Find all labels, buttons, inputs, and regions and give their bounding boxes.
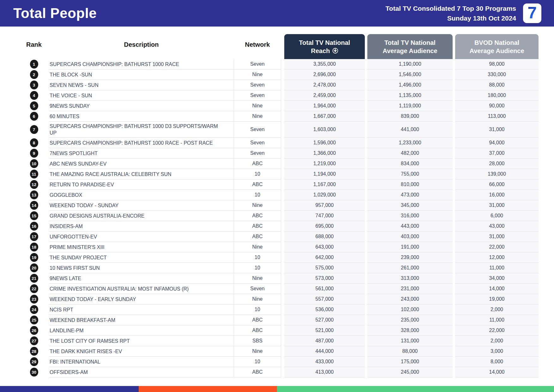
bvod-average-value: 37,000 — [455, 148, 539, 159]
report-subtitle-line1: Total TV Consolidated 7 Top 30 Programs — [386, 3, 516, 13]
rank-cell: 12 — [19, 179, 49, 190]
total-tv-reach-value: 487,000 — [284, 336, 365, 346]
total-tv-average-value: 403,000 — [367, 232, 453, 242]
rank-badge: 24 — [30, 305, 38, 314]
table-row: 24 NCIS RPT 10 536,000 102,000 2,000 — [19, 305, 539, 315]
total-tv-reach-value: 573,000 — [284, 273, 365, 284]
network-cell: Nine — [234, 294, 281, 305]
rank-cell: 27 — [19, 336, 49, 346]
rank-cell: 5 — [19, 101, 49, 111]
rank-badge: 18 — [30, 243, 38, 251]
rank-cell: 16 — [19, 221, 49, 232]
total-tv-average-value: 443,000 — [367, 221, 453, 232]
rank-badge: 11 — [30, 170, 38, 178]
total-tv-reach-value: 413,000 — [284, 367, 365, 377]
total-tv-average-value: 834,000 — [367, 159, 453, 169]
network-cell: ABC — [234, 315, 281, 325]
rank-cell: 4 — [19, 90, 49, 101]
rank-cell: 28 — [19, 346, 49, 357]
rank-cell: 17 — [19, 232, 49, 242]
rank-badge: 16 — [30, 222, 38, 231]
bvod-average-value: 113,000 — [455, 111, 539, 122]
table-row: 9 7NEWS SPOTLIGHT Seven 1,366,000 482,00… — [19, 148, 539, 159]
network-cell: Seven — [234, 59, 281, 69]
bvod-average-value: 22,000 — [455, 325, 539, 336]
column-header-total-tv-reach[interactable]: Total TV National Reach — [284, 34, 365, 59]
rank-cell: 29 — [19, 357, 49, 367]
rank-badge: 15 — [30, 211, 38, 220]
footer-segment-blue — [0, 386, 139, 392]
rank-badge: 9 — [30, 149, 38, 158]
report-subtitle: Total TV Consolidated 7 Top 30 Programs … — [386, 3, 516, 23]
total-tv-reach-value: 1,029,000 — [284, 190, 365, 200]
total-tv-average-value: 1,496,000 — [367, 80, 453, 90]
total-tv-average-value: 191,000 — [367, 242, 453, 252]
network-cell: ABC — [234, 211, 281, 221]
total-tv-average-value: 261,000 — [367, 263, 453, 273]
table-row: 19 THE SUNDAY PROJECT 10 642,000 239,000… — [19, 252, 539, 263]
total-tv-average-value: 88,000 — [367, 346, 453, 357]
bvod-average-value: 8,000 — [455, 357, 539, 367]
rank-badge: 10 — [30, 159, 38, 168]
total-tv-reach-value: 1,964,000 — [284, 101, 365, 111]
total-tv-reach-value: 3,355,000 — [284, 59, 365, 69]
total-tv-reach-value: 1,667,000 — [284, 111, 365, 122]
bvod-average-value: 139,000 — [455, 169, 539, 179]
total-tv-average-value: 328,000 — [367, 325, 453, 336]
bvod-header-line1: BVOD National — [474, 39, 519, 47]
table-row: 27 THE LOST CITY OF RAMSES RPT SBS 487,0… — [19, 336, 539, 346]
table-row: 17 UNFORGOTTEN-EV ABC 688,000 403,000 31… — [19, 232, 539, 242]
column-header-bvod-average[interactable]: BVOD National Average Audience — [455, 34, 539, 59]
bvod-average-value: 11,000 — [455, 315, 539, 325]
total-tv-reach-value: 1,219,000 — [284, 159, 365, 169]
reach-header-line2: Reach — [311, 47, 330, 55]
program-description: CRIME INVESTIGATION AUSTRALIA: MOST INFA… — [49, 284, 234, 294]
bvod-average-value: 66,000 — [455, 179, 539, 190]
total-tv-reach-value: 527,000 — [284, 315, 365, 325]
network-cell: ABC — [234, 232, 281, 242]
rank-badge: 22 — [30, 284, 38, 293]
table-row: 22 CRIME INVESTIGATION AUSTRALIA: MOST I… — [19, 284, 539, 294]
program-description: NCIS RPT — [49, 305, 234, 315]
bvod-average-value: 3,000 — [455, 346, 539, 357]
program-description: SUPERCARS CHAMPIONSHIP: BATHURST 1000 RA… — [49, 59, 234, 69]
rank-badge: 12 — [30, 180, 38, 189]
bvod-average-value: 14,000 — [455, 284, 539, 294]
table-row: 8 SUPERCARS CHAMPIONSHIP: BATHURST 1000 … — [19, 138, 539, 148]
total-tv-reach-value: 557,000 — [284, 294, 365, 305]
total-tv-average-value: 1,546,000 — [367, 69, 453, 80]
total-tv-average-value: 313,000 — [367, 273, 453, 284]
total-tv-average-value: 231,000 — [367, 284, 453, 294]
rank-badge: 20 — [30, 263, 38, 272]
rank-cell: 26 — [19, 325, 49, 336]
program-description: RETURN TO PARADISE-EV — [49, 179, 234, 190]
rank-badge: 14 — [30, 201, 38, 210]
rank-cell: 20 — [19, 263, 49, 273]
program-description: 9NEWS LATE — [49, 273, 234, 284]
rank-badge: 3 — [30, 81, 38, 89]
bvod-average-value: 12,000 — [455, 252, 539, 263]
bvod-average-value: 88,000 — [455, 80, 539, 90]
program-description: WEEKEND TODAY - EARLY SUNDAY — [49, 294, 234, 305]
table-row: 2 THE BLOCK -SUN Nine 2,696,000 1,546,00… — [19, 69, 539, 80]
program-description: LANDLINE-PM — [49, 325, 234, 336]
column-header-total-tv-average[interactable]: Total TV National Average Audience — [367, 34, 453, 59]
bvod-average-value: 43,000 — [455, 221, 539, 232]
program-description: 9NEWS SUNDAY — [49, 101, 234, 111]
total-tv-reach-value: 1,194,000 — [284, 169, 365, 179]
table-row: 28 THE DARK KNIGHT RISES -EV Nine 444,00… — [19, 346, 539, 357]
table-row: 14 WEEKEND TODAY - SUNDAY Nine 957,000 3… — [19, 200, 539, 211]
bvod-average-value: 90,000 — [455, 101, 539, 111]
network-cell: Nine — [234, 273, 281, 284]
bvod-average-value: 11,000 — [455, 263, 539, 273]
program-description: INSIDERS-AM — [49, 221, 234, 232]
program-description: WEEKEND TODAY - SUNDAY — [49, 200, 234, 211]
rank-badge: 29 — [30, 357, 38, 366]
page-title: Total People — [13, 5, 97, 21]
table-body: 1 SUPERCARS CHAMPIONSHIP: BATHURST 1000 … — [19, 59, 539, 377]
rank-badge: 27 — [30, 336, 38, 345]
total-tv-reach-value: 957,000 — [284, 200, 365, 211]
network-cell: Nine — [234, 69, 281, 80]
sort-descending-icon[interactable] — [332, 48, 338, 54]
network-cell: 10 — [234, 252, 281, 263]
